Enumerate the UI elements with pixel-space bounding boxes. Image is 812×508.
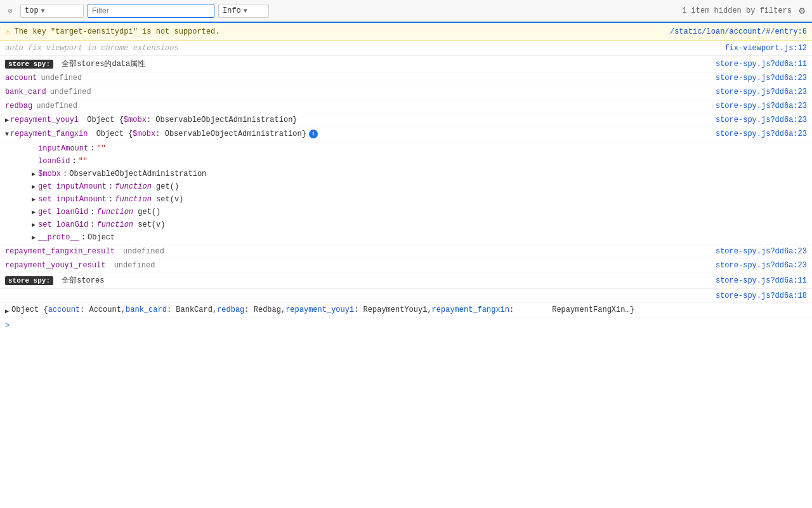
account-link[interactable]: store-spy.js?dd6a:23	[716, 74, 807, 83]
set-input-amount-row[interactable]: ▶ set inputAmount : function set(v)	[0, 193, 812, 206]
object-expand-arrow[interactable]: ▶	[5, 307, 9, 315]
context-label: top	[25, 6, 39, 15]
warning-link[interactable]: /static/loan/account/#/entry:6	[670, 27, 807, 36]
hidden-count: 1 item hidden by filters	[682, 6, 792, 15]
bank-card-value: undefined	[50, 88, 91, 97]
repayment-youyi-obj: Object {$mobx: ObservableObjectAdministr…	[82, 116, 298, 124]
repayment-fangxin-result-row: repayment_fangxin_result undefined store…	[0, 244, 812, 258]
proto-val: Object	[88, 233, 115, 242]
store-spy-2-link2-row: store-spy.js?dd6a:18	[0, 289, 812, 303]
info-comment-text: auto fix viewport in chrome extensions	[5, 44, 179, 53]
get-loan-gid-key: get loanGid	[38, 208, 88, 217]
get-loan-gid-arrow: ▶	[32, 208, 36, 216]
set-loan-gid-key: set loanGid	[38, 220, 88, 229]
level-select[interactable]: Info ▼	[218, 4, 269, 18]
bank-card-row: bank_card undefined store-spy.js?dd6a:23	[0, 86, 812, 100]
bank-card-key: bank_card	[5, 88, 46, 97]
warning-row: ⚠ The key "target-densitydpi" is not sup…	[0, 23, 812, 41]
warning-left: ⚠ The key "target-densitydpi" is not sup…	[5, 26, 220, 37]
chevron-icon: >	[5, 321, 10, 330]
log-area: ⚠ The key "target-densitydpi" is not sup…	[0, 23, 812, 508]
repayment-fangxin-expand[interactable]: ▼	[5, 131, 9, 138]
account-row: account undefined store-spy.js?dd6a:23	[0, 72, 812, 86]
set-loan-gid-arrow: ▶	[32, 221, 36, 229]
mobx-expand-row[interactable]: ▶ $mobx : ObservableObjectAdministration	[0, 168, 812, 180]
store-spy-2-badge: store spy:	[5, 276, 53, 285]
store-spy-2-link2[interactable]: store-spy.js?dd6a:18	[716, 291, 807, 300]
store-spy-1-label: 全部stores的data属性	[62, 60, 145, 69]
proto-arrow: ▶	[32, 234, 36, 241]
mobx-expand-key: $mobx	[38, 170, 61, 178]
set-input-amount-arrow: ▶	[32, 196, 36, 203]
get-input-amount-row[interactable]: ▶ get inputAmount : function get()	[0, 180, 812, 193]
obj-prop-account-key: account	[48, 305, 80, 314]
input-amount-row: inputAmount : ""	[0, 142, 812, 155]
mobx-expand-arrow: ▶	[32, 170, 36, 178]
get-loan-gid-row[interactable]: ▶ get loanGid : function get()	[0, 206, 812, 218]
repayment-fangxin-result-key: repayment_fangxin_result	[5, 247, 115, 256]
proto-row[interactable]: ▶ __proto__ : Object	[0, 231, 812, 244]
mobx-expand-val: ObservableObjectAdministration	[69, 170, 206, 178]
redbag-key: redbag	[5, 102, 32, 110]
store-spy-1-row: store spy: 全部stores的data属性 store-spy.js?…	[0, 56, 812, 72]
fix-viewport-link[interactable]: fix-viewport.js:12	[724, 44, 807, 53]
context-select[interactable]: top ▼	[20, 4, 84, 18]
set-input-amount-key: set inputAmount	[38, 195, 107, 204]
repayment-fangxin-result-link[interactable]: store-spy.js?dd6a:23	[716, 247, 807, 256]
context-arrow-icon: ▼	[41, 8, 45, 15]
repayment-youyi-link[interactable]: store-spy.js?dd6a:23	[716, 116, 807, 124]
store-spy-2-row: store spy: 全部stores store-spy.js?dd6a:11	[0, 272, 812, 289]
settings-icon[interactable]: ⚙	[796, 4, 808, 17]
warning-message: The key "target-densitydpi" is not suppo…	[14, 27, 219, 36]
redbag-row: redbag undefined store-spy.js?dd6a:23	[0, 100, 812, 114]
info-comment-row: auto fix viewport in chrome extensions f…	[0, 41, 812, 56]
get-input-amount-arrow: ▶	[32, 183, 36, 190]
level-label: Info	[223, 6, 241, 15]
object-row: ▶ Object { account: Account, bank_card: …	[0, 303, 812, 318]
redbag-value: undefined	[36, 102, 77, 110]
loan-gid-row: loanGid : ""	[0, 155, 812, 168]
account-value: undefined	[41, 74, 82, 83]
loan-gid-key: loanGid	[38, 157, 70, 166]
repayment-youyi-result-val: undefined	[114, 261, 155, 270]
repayment-fangxin-key: repayment_fangxin	[10, 130, 88, 138]
object-row-line2: RepaymentFangXin…}	[514, 305, 634, 314]
account-key: account	[5, 74, 37, 83]
filter-input[interactable]	[88, 4, 214, 18]
obj-prop-redbag-key: redbag	[217, 305, 244, 314]
repayment-youyi-key: repayment_youyi	[10, 116, 79, 124]
repayment-fangxin-link[interactable]: store-spy.js?dd6a:23	[716, 130, 807, 138]
repayment-fangxin-info-badge[interactable]: i	[309, 130, 318, 138]
repayment-youyi-row: ▶ repayment_youyi Object {$mobx: Observa…	[0, 114, 812, 128]
input-amount-value: ""	[96, 144, 105, 153]
get-input-amount-key: get inputAmount	[38, 182, 107, 191]
set-loan-gid-row[interactable]: ▶ set loanGid : function set(v)	[0, 218, 812, 231]
toolbar: ⊘ top ▼ Info ▼ 1 item hidden by filters …	[0, 0, 812, 23]
level-arrow-icon: ▼	[244, 8, 247, 15]
block-icon[interactable]: ⊘	[4, 4, 16, 17]
chevron-row[interactable]: >	[0, 318, 812, 333]
repayment-youyi-expand[interactable]: ▶	[5, 116, 9, 124]
repayment-youyi-result-row: repayment_youyi_result undefined store-s…	[0, 258, 812, 272]
repayment-youyi-result-key: repayment_youyi_result	[5, 261, 105, 270]
input-amount-key: inputAmount	[38, 144, 88, 153]
store-spy-2-label: 全部stores	[62, 276, 104, 285]
repayment-fangxin-row: ▼ repayment_fangxin Object {$mobx: Obser…	[0, 128, 812, 142]
store-spy-1-link[interactable]: store-spy.js?dd6a:11	[716, 60, 807, 69]
repayment-fangxin-result-val: undefined	[123, 247, 164, 256]
bank-card-link[interactable]: store-spy.js?dd6a:23	[716, 88, 807, 97]
repayment-youyi-result-link[interactable]: store-spy.js?dd6a:23	[716, 261, 807, 270]
obj-prop-bank-card-key: bank_card	[126, 305, 167, 314]
object-text: Object {	[11, 305, 48, 314]
loan-gid-value: ""	[79, 157, 88, 166]
repayment-fangxin-expanded: inputAmount : "" loanGid : "" ▶ $mobx : …	[0, 142, 812, 244]
warning-icon: ⚠	[5, 26, 10, 37]
store-spy-1-left: store spy: 全部stores的data属性	[5, 58, 145, 69]
store-spy-2-link[interactable]: store-spy.js?dd6a:11	[716, 276, 807, 285]
redbag-link[interactable]: store-spy.js?dd6a:23	[716, 102, 807, 110]
store-spy-2-left: store spy: 全部stores	[5, 275, 104, 286]
repayment-fangxin-obj: Object {$mobx: ObservableObjectAdministr…	[91, 130, 306, 138]
store-spy-1-badge: store spy:	[5, 60, 53, 69]
obj-prop-repayment-fangxin-key: repayment_fangxin	[432, 305, 509, 314]
obj-prop-repayment-youyi-key: repayment_youyi	[285, 305, 354, 314]
